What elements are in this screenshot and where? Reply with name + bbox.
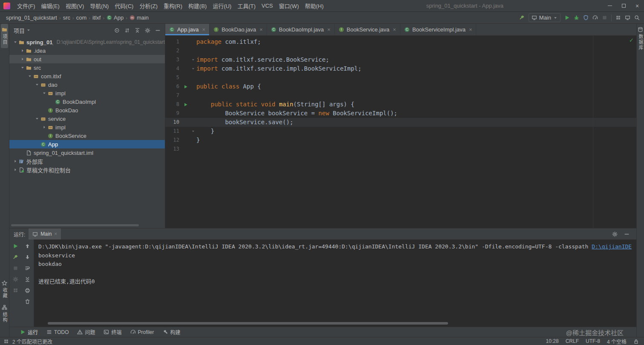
stop-icon[interactable] [602, 15, 607, 20]
console-scrollbar[interactable] [48, 322, 448, 325]
console-classpath-link[interactable]: D:\qijianIDE [592, 243, 632, 250]
status-widget-CRLF[interactable]: CRLF [566, 338, 579, 344]
code-line-12[interactable]: 12} [165, 136, 636, 145]
close-tab-icon[interactable]: × [469, 26, 472, 33]
run-tab-main[interactable]: Main × [29, 228, 61, 240]
breadcrumb-item-src[interactable]: src [63, 14, 70, 21]
tree-item-App[interactable]: CApp [9, 140, 165, 148]
stripe-button-结构[interactable]: 结构 [1, 302, 8, 326]
toolwindow-button-运行[interactable]: 运行 [16, 327, 42, 337]
code-line-5[interactable]: 5 [165, 73, 636, 82]
editor-tab-BookService.java[interactable]: IBookService.java× [335, 24, 400, 35]
grid-icon[interactable] [13, 288, 18, 293]
coverage-icon[interactable] [583, 15, 589, 20]
status-widget-4 个空格[interactable]: 4 个空格 [607, 338, 627, 345]
toolwindow-button-问题[interactable]: 问题 [73, 327, 99, 337]
chevron-open-icon[interactable] [34, 83, 40, 87]
status-widget-UTF-8[interactable]: UTF-8 [586, 338, 600, 344]
menu-item[interactable]: 构建(B) [185, 0, 210, 11]
close-tab-icon[interactable]: × [393, 26, 396, 33]
stripe-button-项目[interactable]: 项目 [1, 24, 8, 48]
tree-item-.idea[interactable]: .idea [9, 46, 165, 55]
run-line-icon[interactable] [181, 100, 190, 109]
chevron-open-icon[interactable] [12, 40, 19, 44]
menu-item[interactable]: 代码(C) [112, 0, 136, 11]
wrench-icon[interactable] [13, 254, 18, 260]
chevron-closed-icon[interactable] [12, 159, 19, 163]
chevron-closed-icon[interactable] [19, 48, 26, 53]
collapse-icon[interactable] [135, 28, 140, 33]
code-line-2[interactable]: 2 [165, 46, 636, 55]
tree-item-src[interactable]: src [9, 63, 165, 72]
fold-icon[interactable] [190, 55, 196, 64]
lock-icon[interactable] [633, 339, 639, 344]
print-icon[interactable] [25, 288, 30, 293]
code-line-3[interactable]: 3import com.itlxf.service.BookService; [165, 55, 636, 64]
close-tab-icon[interactable]: × [259, 26, 263, 33]
breadcrumb-item-spring_01_quickstart[interactable]: spring_01_quickstart [6, 14, 57, 21]
toolwindow-switcher-icon[interactable] [3, 339, 9, 344]
profiler-icon[interactable] [592, 15, 598, 20]
tree-item-BookDao[interactable]: IBookDao [9, 106, 165, 114]
editor-tab-BookDao.java[interactable]: IBookDao.java× [210, 24, 267, 35]
menu-item[interactable]: VCS [259, 1, 276, 11]
breadcrumb-item-App[interactable]: CApp [106, 14, 124, 21]
menu-item[interactable]: 运行(U) [210, 0, 234, 11]
menu-item[interactable]: 视图(V) [63, 0, 87, 11]
wrench-icon[interactable] [519, 15, 525, 20]
status-widget-10:28[interactable]: 10:28 [546, 338, 559, 344]
fold-icon[interactable] [190, 64, 196, 73]
fold-icon[interactable] [190, 127, 196, 136]
run-console[interactable]: D:\JDK\bin\java.exe "-javaagent:D:\qijia… [34, 240, 636, 327]
minus-icon[interactable] [624, 231, 630, 237]
debug-icon[interactable] [574, 15, 579, 20]
maximize-button[interactable] [617, 0, 630, 11]
run-line-icon[interactable] [181, 82, 190, 91]
tree-item-spring_01_quickstart.iml[interactable]: spring_01_quickstart.iml [9, 148, 165, 157]
scrollend-icon[interactable] [25, 277, 30, 282]
code-line-11[interactable]: 11 } [165, 127, 636, 136]
chevron-closed-icon[interactable] [41, 125, 48, 129]
menu-item[interactable]: 工具(T) [234, 0, 259, 11]
menu-item[interactable]: 帮助(H) [302, 0, 327, 11]
monitor-icon[interactable] [625, 15, 630, 20]
stripe-button-收藏[interactable]: 收藏 [1, 277, 8, 302]
editor-tab-BookDaoImpl.java[interactable]: CBookDaoImpl.java× [267, 24, 335, 35]
tree-item-impl[interactable]: impl [9, 89, 165, 97]
tree-item-草稿文件和控制台[interactable]: 草稿文件和控制台 [9, 165, 165, 174]
editor-tab-BookServiceImpl.java[interactable]: CBookServiceImpl.java× [400, 24, 477, 35]
target-icon[interactable] [114, 28, 120, 33]
minimize-button[interactable] [603, 0, 617, 11]
close-tab-icon[interactable]: × [202, 26, 206, 33]
tree-item-service[interactable]: service [9, 114, 165, 123]
toolwindow-button-TODO[interactable]: TODO [43, 328, 72, 336]
code-line-7[interactable]: 7 [165, 91, 636, 100]
code-editor[interactable]: 1package com.itlxf;23import com.itlxf.se… [165, 36, 636, 228]
project-panel-title[interactable]: 项目 [14, 26, 25, 34]
breadcrumb-item-itlxf[interactable]: itlxf [92, 14, 101, 21]
chevron-open-icon[interactable] [19, 66, 26, 70]
inspections-ok-icon[interactable]: ✓ [629, 37, 634, 43]
chevron-open-icon[interactable] [34, 117, 40, 121]
code-line-6[interactable]: 6public class App { [165, 82, 636, 91]
chevron-open-icon[interactable] [41, 91, 48, 95]
minus-icon[interactable] [155, 28, 161, 33]
menu-item[interactable]: 编辑(E) [38, 0, 63, 11]
tree-item-spring_01_quickstart[interactable]: spring_01_quickstartD:\qijianIDEA\Spring… [9, 38, 165, 46]
chevron-down-icon[interactable] [26, 28, 31, 32]
swap-icon[interactable] [124, 28, 130, 33]
trash-icon[interactable] [25, 299, 30, 304]
gear-icon[interactable] [145, 28, 150, 33]
toolwindow-button-Profiler[interactable]: Profiler [126, 328, 158, 336]
status-message[interactable]: 2 个匹配项已更改 [12, 338, 52, 345]
tree-item-out[interactable]: out [9, 55, 165, 63]
project-scrollbar[interactable] [11, 224, 139, 226]
code-line-10[interactable]: 10 bookService.save(); [165, 118, 636, 127]
menu-item[interactable]: 分析(Z) [136, 0, 161, 11]
chevron-open-icon[interactable] [26, 74, 33, 78]
code-line-13[interactable]: 13 [165, 145, 636, 154]
rerun-icon[interactable] [13, 243, 18, 249]
close-icon[interactable]: × [54, 231, 57, 237]
tree-item-BookService[interactable]: IBookService [9, 131, 165, 140]
code-line-1[interactable]: 1package com.itlxf; [165, 37, 636, 46]
